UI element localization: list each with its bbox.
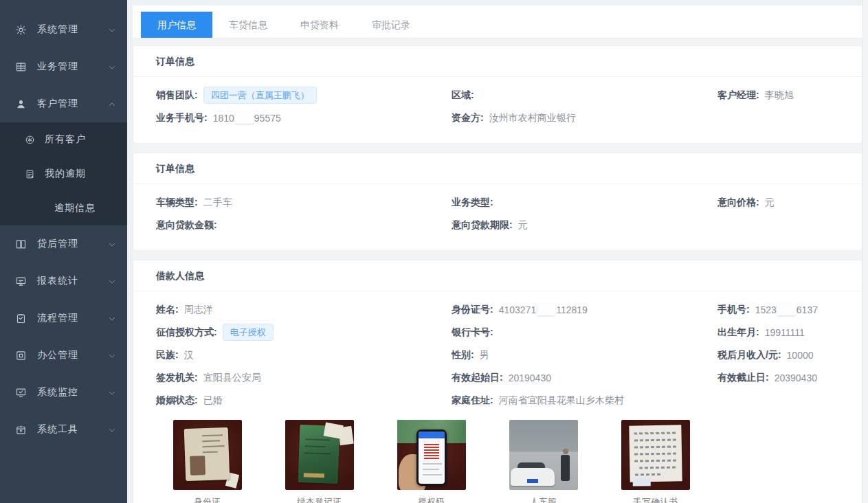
monitor-icon bbox=[15, 276, 27, 287]
field-label: 婚姻状态: bbox=[156, 394, 198, 407]
person-with-car-photo[interactable] bbox=[509, 420, 578, 490]
sidebar-item-system-management[interactable]: 系统管理 bbox=[0, 11, 127, 48]
sidebar-item-system-tools[interactable]: 系统工具 bbox=[0, 411, 127, 448]
field-issuing-authority: 签发机关: 宜阳县公安局 bbox=[156, 366, 452, 389]
field-empty bbox=[717, 214, 848, 236]
redaction-box bbox=[777, 304, 796, 315]
sidebar-top-pad bbox=[0, 0, 127, 11]
chevron-down-icon bbox=[108, 351, 116, 359]
sidebar-item-postloan-management[interactable]: 贷后管理 bbox=[0, 225, 127, 262]
sidebar-item-process-management[interactable]: 流程管理 bbox=[0, 300, 127, 337]
sidebar-subitem-all-customers[interactable]: 所有客户 bbox=[0, 122, 127, 157]
field-value: 宜阳县公安局 bbox=[203, 372, 261, 384]
sidebar-item-office-management[interactable]: 办公管理 bbox=[0, 337, 127, 374]
card-body: 销售团队: 四团一营（直属王鹏飞） 区域: 客户经理: 李晓旭 业务手机号: bbox=[133, 77, 862, 143]
field-vehicle-type: 车辆类型: 二手车 bbox=[156, 191, 452, 214]
field-value: 20390430 bbox=[775, 372, 817, 383]
customer-management-submenu: 所有客户 我的逾期 逾期信息 bbox=[0, 122, 127, 225]
order-intent-card: 订单信息 车辆类型: 二手车 业务类型: 意向价格: 元 bbox=[133, 153, 863, 251]
phone-graphic bbox=[416, 429, 447, 486]
field-id-number: 身份证号: 4103271112819 bbox=[452, 298, 717, 321]
field-label: 身份证号: bbox=[452, 304, 493, 316]
field-row: 销售团队: 四团一营（直属王鹏飞） 区域: 客户经理: 李晓旭 bbox=[156, 84, 848, 107]
id-card-photo[interactable] bbox=[173, 420, 242, 490]
field-value: 4103271112819 bbox=[499, 304, 588, 315]
tab-car-loan-info[interactable]: 车贷信息 bbox=[212, 12, 284, 38]
field-value: 已婚 bbox=[203, 394, 223, 407]
content-panel: 用户信息 车贷信息 申贷资料 审批记录 订单信息 销售团队: 四团一营（直属王鹏… bbox=[133, 5, 863, 503]
square-grid-icon bbox=[15, 350, 27, 361]
field-empty bbox=[717, 107, 848, 129]
sidebar-item-label: 系统管理 bbox=[37, 23, 108, 36]
sidebar-item-system-monitor[interactable]: 系统监控 bbox=[0, 374, 127, 411]
field-name: 姓名: 周志洋 bbox=[156, 298, 452, 321]
field-label: 意向贷款金额: bbox=[156, 219, 217, 232]
field-value: 男 bbox=[480, 349, 489, 361]
tab-approval-records[interactable]: 审批记录 bbox=[355, 12, 427, 38]
field-value: 汝州市农村商业银行 bbox=[489, 112, 576, 124]
phone-qr-photo[interactable] bbox=[397, 420, 466, 490]
sidebar: 系统管理 业务管理 客户管理 所有客户 我的逾期 逾期信息 bbox=[0, 0, 127, 503]
field-label: 资金方: bbox=[452, 112, 484, 124]
field-value: 周志洋 bbox=[184, 304, 213, 316]
field-label: 手机号: bbox=[717, 304, 750, 316]
field-label: 性别: bbox=[452, 349, 474, 361]
field-label: 银行卡号: bbox=[452, 326, 493, 339]
chevron-down-icon bbox=[108, 25, 116, 34]
notebook-icon bbox=[25, 169, 35, 179]
handwritten-document-photo[interactable] bbox=[621, 420, 690, 490]
field-row: 签发机关: 宜阳县公安局 有效起始日: 20190430 有效截止日: 2039… bbox=[156, 366, 848, 389]
card-title: 订单信息 bbox=[133, 153, 862, 184]
vertical-scrollbar[interactable] bbox=[863, 0, 868, 503]
photo-figure: 授权码 bbox=[397, 420, 466, 503]
id-card-graphic bbox=[184, 427, 230, 481]
field-valid-to: 有效截止日: 20390430 bbox=[717, 366, 848, 389]
field-row: 征信授权方式: 电子授权 银行卡号: 出生年月: 19911111 bbox=[156, 321, 848, 344]
field-label: 税后月收入/元: bbox=[717, 349, 781, 361]
card-title: 借款人信息 bbox=[133, 260, 862, 291]
field-label: 业务手机号: bbox=[156, 112, 208, 124]
field-row: 姓名: 周志洋 身份证号: 4103271112819 手机号: 1523613… bbox=[156, 298, 848, 321]
field-birth-date: 出生年月: 19911111 bbox=[717, 321, 848, 344]
sidebar-item-label: 流程管理 bbox=[37, 312, 108, 324]
photo-figure: 手写确认书 bbox=[621, 420, 690, 503]
field-row: 婚姻状态: 已婚 家庭住址: 河南省宜阳县花果山乡木柴村 bbox=[156, 389, 848, 412]
field-label: 业务类型: bbox=[452, 197, 493, 209]
photo-caption: 手写确认书 bbox=[621, 496, 690, 503]
user-icon bbox=[15, 98, 27, 110]
clipboard-icon bbox=[15, 313, 27, 324]
sidebar-subitem-label: 我的逾期 bbox=[45, 168, 86, 180]
chevron-down-icon bbox=[108, 277, 116, 285]
sidebar-subitem-my-overdue[interactable]: 我的逾期 bbox=[0, 157, 127, 191]
field-value: 10000 bbox=[787, 350, 814, 361]
field-value: 181095575 bbox=[213, 112, 281, 124]
credit-auth-badge[interactable]: 电子授权 bbox=[223, 324, 274, 341]
asterisk-circle-icon bbox=[25, 135, 35, 145]
sidebar-item-report-statistics[interactable]: 报表统计 bbox=[0, 262, 127, 300]
sidebar-item-business-management[interactable]: 业务管理 bbox=[0, 48, 127, 85]
main-content: 用户信息 车贷信息 申贷资料 审批记录 订单信息 销售团队: 四团一营（直属王鹏… bbox=[127, 0, 868, 503]
sidebar-subitem-label: 逾期信息 bbox=[54, 202, 96, 214]
redaction-box bbox=[235, 112, 254, 124]
field-sales-team: 销售团队: 四团一营（直属王鹏飞） bbox=[156, 84, 452, 107]
field-label: 意向价格: bbox=[717, 197, 759, 209]
sidebar-item-customer-management[interactable]: 客户管理 bbox=[0, 85, 127, 122]
field-label: 民族: bbox=[156, 349, 179, 361]
order-info-card: 订单信息 销售团队: 四团一营（直属王鹏飞） 区域: 客户经理: 李晓旭 bbox=[133, 45, 863, 144]
sidebar-subitem-overdue-info[interactable]: 逾期信息 bbox=[0, 191, 127, 225]
tab-loan-application-docs[interactable]: 申贷资料 bbox=[284, 12, 355, 38]
field-label: 客户经理: bbox=[717, 89, 759, 102]
field-value: 20190430 bbox=[509, 372, 551, 383]
field-label: 征信授权方式: bbox=[156, 326, 217, 339]
field-label: 有效起始日: bbox=[452, 372, 503, 384]
borrower-info-card: 借款人信息 姓名: 周志洋 身份证号: 4103271112819 手机号: 1… bbox=[133, 260, 863, 503]
field-value: 汉 bbox=[184, 349, 194, 361]
paper-graphic bbox=[629, 425, 682, 482]
field-intent-price: 意向价格: 元 bbox=[717, 191, 848, 214]
card-body: 车辆类型: 二手车 业务类型: 意向价格: 元 意向贷款金额: bbox=[133, 184, 862, 250]
field-valid-from: 有效起始日: 20190430 bbox=[452, 366, 717, 389]
green-booklet-photo[interactable] bbox=[285, 420, 354, 490]
photo-figure: 人车照 bbox=[509, 420, 578, 503]
sales-team-badge[interactable]: 四团一营（直属王鹏飞） bbox=[203, 87, 317, 104]
tab-user-info[interactable]: 用户信息 bbox=[141, 12, 212, 38]
